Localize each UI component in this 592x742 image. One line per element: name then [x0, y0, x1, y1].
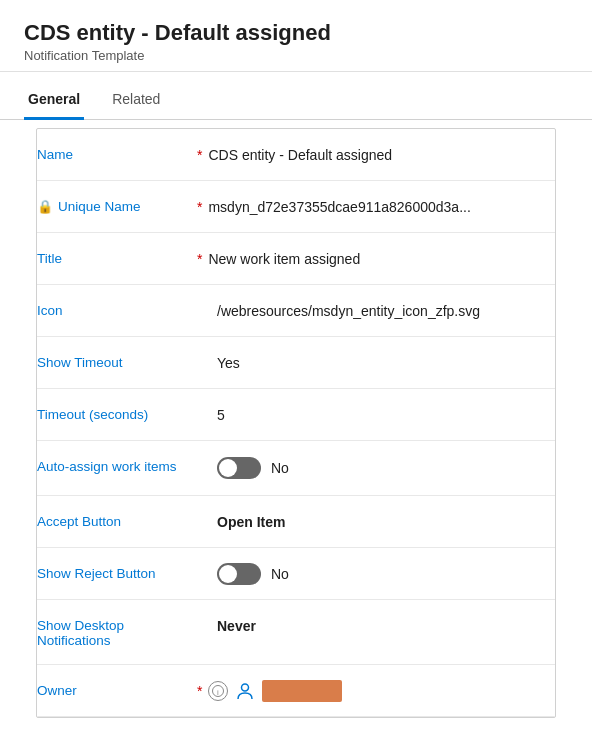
- label-auto-assign: Auto-assign work items: [37, 457, 197, 474]
- label-show-desktop: Show Desktop Notifications: [37, 616, 197, 648]
- toggle-show-reject[interactable]: [217, 563, 261, 585]
- value-name: CDS entity - Default assigned: [208, 147, 555, 163]
- tab-related[interactable]: Related: [108, 81, 164, 120]
- value-accept-button: Open Item: [217, 514, 555, 530]
- toggle-wrapper-show-reject: No: [217, 563, 555, 585]
- label-unique-name: 🔒 Unique Name: [37, 199, 197, 214]
- tab-general[interactable]: General: [24, 81, 84, 120]
- value-show-reject: No: [217, 563, 555, 585]
- field-row-auto-assign: Auto-assign work items No: [37, 441, 555, 496]
- value-timeout-seconds: 5: [217, 407, 555, 423]
- toggle-label-auto-assign: No: [271, 460, 289, 476]
- label-icon: Icon: [37, 303, 197, 318]
- field-row-owner: Owner * i: [37, 665, 555, 717]
- value-icon: /webresources/msdyn_entity_icon_zfp.svg: [217, 303, 555, 319]
- required-star-name: *: [197, 147, 202, 163]
- field-row-icon: Icon /webresources/msdyn_entity_icon_zfp…: [37, 285, 555, 337]
- lock-icon: 🔒: [37, 199, 53, 214]
- field-row-show-timeout: Show Timeout Yes: [37, 337, 555, 389]
- form-container: Name * CDS entity - Default assigned 🔒 U…: [0, 128, 592, 718]
- label-show-timeout: Show Timeout: [37, 355, 197, 370]
- owner-info-icon: i: [208, 681, 228, 701]
- svg-point-2: [242, 684, 249, 691]
- tab-bar: General Related: [0, 80, 592, 120]
- owner-icons: i: [208, 680, 555, 702]
- field-row-show-desktop: Show Desktop Notifications Never: [37, 600, 555, 665]
- label-title: Title: [37, 251, 197, 266]
- field-row-title: Title * New work item assigned: [37, 233, 555, 285]
- field-row-name: Name * CDS entity - Default assigned: [37, 129, 555, 181]
- required-star-title: *: [197, 251, 202, 267]
- page-header: CDS entity - Default assigned Notificati…: [0, 0, 592, 72]
- label-owner: Owner: [37, 683, 197, 698]
- owner-person-icon: [234, 680, 256, 702]
- owner-value-bar[interactable]: [262, 680, 342, 702]
- page-subtitle: Notification Template: [24, 48, 568, 63]
- field-row-unique-name: 🔒 Unique Name * msdyn_d72e37355dcae911a8…: [37, 181, 555, 233]
- svg-text:i: i: [218, 687, 220, 696]
- toggle-label-show-reject: No: [271, 566, 289, 582]
- section-panel: Name * CDS entity - Default assigned 🔒 U…: [36, 128, 556, 718]
- label-show-reject: Show Reject Button: [37, 566, 197, 581]
- label-name: Name: [37, 147, 197, 162]
- page-title: CDS entity - Default assigned: [24, 20, 568, 46]
- value-show-desktop: Never: [217, 616, 555, 634]
- field-row-timeout-seconds: Timeout (seconds) 5: [37, 389, 555, 441]
- label-accept-button: Accept Button: [37, 514, 197, 529]
- label-timeout-seconds: Timeout (seconds): [37, 407, 197, 422]
- toggle-wrapper-auto-assign: No: [217, 457, 555, 479]
- required-star-unique-name: *: [197, 199, 202, 215]
- value-title: New work item assigned: [208, 251, 555, 267]
- info-svg: i: [212, 685, 224, 697]
- value-owner: i: [208, 680, 555, 702]
- value-auto-assign: No: [217, 457, 555, 479]
- field-row-show-reject: Show Reject Button No: [37, 548, 555, 600]
- value-show-timeout: Yes: [217, 355, 555, 371]
- toggle-auto-assign[interactable]: [217, 457, 261, 479]
- person-svg: [236, 682, 254, 700]
- value-unique-name: msdyn_d72e37355dcae911a826000d3a...: [208, 199, 555, 215]
- required-star-owner: *: [197, 683, 202, 699]
- field-row-accept-button: Accept Button Open Item: [37, 496, 555, 548]
